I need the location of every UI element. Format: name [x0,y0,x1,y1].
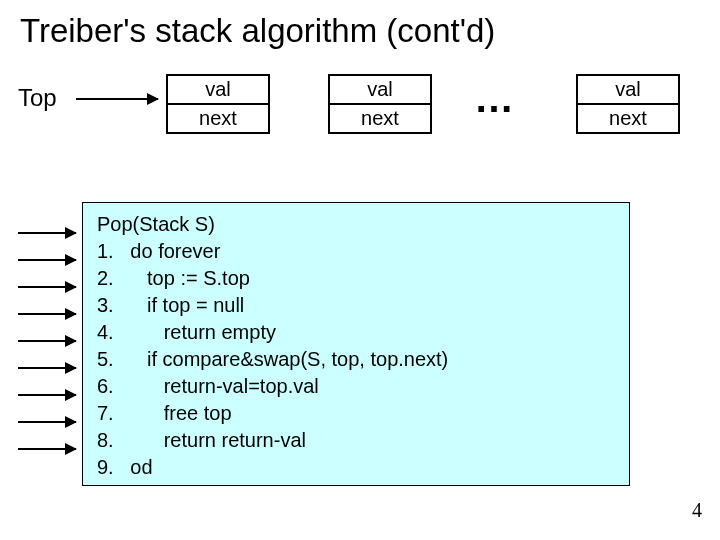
arrow-icon [18,421,76,423]
code-line: 4. return empty [97,319,615,346]
arrow-icon [18,313,76,315]
slide-title: Treiber's stack algorithm (cont'd) [0,0,720,50]
code-line: 2. top := S.top [97,265,615,292]
stack-node: val next [166,74,270,134]
node-val-cell: val [330,76,430,103]
ellipsis-icon: … [474,78,514,118]
page-number: 4 [692,499,702,522]
code-line: 9. od [97,454,615,481]
node-val-cell: val [168,76,268,103]
stack-node: val next [576,74,680,134]
code-line: 3. if top = null [97,292,615,319]
top-pointer-label: Top [18,84,57,112]
arrow-icon [18,448,76,450]
pseudocode-box: Pop(Stack S) 1. do forever 2. top := S.t… [82,202,630,486]
linked-list-diagram: Top val next val next … val next [18,70,708,160]
arrow-icon [18,394,76,396]
code-line: 5. if compare&swap(S, top, top.next) [97,346,615,373]
node-val-cell: val [578,76,678,103]
stack-node: val next [328,74,432,134]
code-line: 8. return return-val [97,427,615,454]
code-step-arrows [18,232,78,475]
code-line: 1. do forever [97,238,615,265]
arrow-icon [18,286,76,288]
arrow-icon [18,232,76,234]
arrow-icon [18,367,76,369]
arrow-icon [18,259,76,261]
arrow-icon [18,340,76,342]
code-line: 7. free top [97,400,615,427]
arrow-icon [76,98,158,100]
node-next-cell: next [330,103,430,132]
node-next-cell: next [168,103,268,132]
code-line: 6. return-val=top.val [97,373,615,400]
code-line: Pop(Stack S) [97,211,615,238]
node-next-cell: next [578,103,678,132]
